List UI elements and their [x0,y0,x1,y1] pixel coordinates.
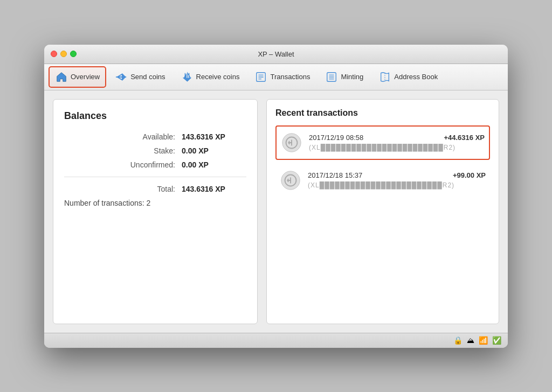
transactions-title: Recent transactions [275,108,490,118]
tx-info-1: 2017/12/19 08:58 +44.6316 XP (XL████████… [309,134,485,151]
unconfirmed-row: Unconfirmed: 0.00 XP [64,160,246,169]
num-tx-value: 2 [147,199,151,207]
tab-transactions[interactable]: Transactions [248,66,316,88]
minting-icon [325,71,338,83]
tab-send-coins[interactable]: Send coins [108,66,171,88]
total-value: 143.6316 XP [182,185,246,193]
close-button[interactable] [51,51,57,57]
balance-divider [64,177,246,177]
address-book-icon [378,71,391,83]
tx-date-1: 2017/12/19 08:58 [309,134,363,142]
total-label: Total: [116,185,175,193]
overview-label: Overview [71,73,100,81]
tx-amount-1: +44.6316 XP [444,134,485,142]
checkmark-icon: ✅ [492,336,501,345]
tab-address-book[interactable]: Address Book [372,66,444,88]
transactions-icon [254,71,267,83]
transaction-item-1[interactable]: 2017/12/19 08:58 +44.6316 XP (XL████████… [275,125,490,160]
titlebar: XP – Wallet [44,45,508,64]
statusbar: 🔒 ⛰ 📶 ✅ [44,333,508,348]
balances-title: Balances [64,110,246,122]
receive-icon [181,71,194,83]
lock-icon: 🔒 [453,336,463,345]
tx-receive-icon-1 [281,132,302,153]
tab-receive-coins[interactable]: Receive coins [174,66,246,88]
toolbar: Overview Send coins [44,64,508,90]
available-label: Available: [116,132,175,141]
tx-amount-2: +99.00 XP [453,171,486,179]
tx-address-2: (XL████████████████████████R2) [308,181,486,189]
network-icon: ⛰ [467,336,474,345]
receive-coins-label: Receive coins [196,73,240,81]
unconfirmed-value: 0.00 XP [182,160,246,169]
stake-row: Stake: 0.00 XP [64,146,246,155]
balances-panel: Balances Available: 143.6316 XP Stake: 0… [53,99,258,324]
traffic-lights [51,51,77,57]
transaction-item-2[interactable]: 2017/12/18 15:37 +99.00 XP (XL██████████… [275,164,490,197]
tab-minting[interactable]: Minting [319,66,370,88]
main-content: Balances Available: 143.6316 XP Stake: 0… [44,90,508,333]
num-tx-label: Number of transactions: [64,199,144,207]
tx-receive-icon-2 [280,170,301,191]
tx-top-2: 2017/12/18 15:37 +99.00 XP [308,171,486,179]
minting-label: Minting [341,73,363,81]
transactions-label: Transactions [270,73,310,81]
send-icon [115,71,128,83]
unconfirmed-label: Unconfirmed: [116,160,175,169]
transactions-panel: Recent transactions [266,99,499,324]
stake-value: 0.00 XP [182,146,246,155]
minimize-button[interactable] [60,51,67,57]
stake-label: Stake: [116,146,175,155]
tx-info-2: 2017/12/18 15:37 +99.00 XP (XL██████████… [308,171,486,189]
num-transactions: Number of transactions: 2 [64,199,246,207]
signal-icon: 📶 [479,336,488,345]
tx-date-2: 2017/12/18 15:37 [308,171,362,179]
tx-top-1: 2017/12/19 08:58 +44.6316 XP [309,134,485,142]
total-row: Total: 143.6316 XP [64,185,246,193]
home-icon [55,71,68,83]
tx-address-1: (XL████████████████████████R2) [309,144,485,151]
tab-overview[interactable]: Overview [49,66,106,88]
main-window: XP – Wallet Overview Send coins [44,45,508,348]
maximize-button[interactable] [70,51,77,57]
available-value: 143.6316 XP [182,132,246,141]
send-coins-label: Send coins [130,73,165,81]
window-title: XP – Wallet [258,50,294,58]
available-row: Available: 143.6316 XP [64,132,246,141]
address-book-label: Address Book [394,73,438,81]
